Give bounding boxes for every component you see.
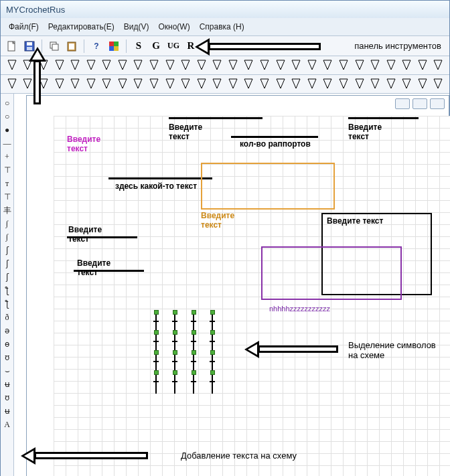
side-tool-button[interactable]: ʉ — [2, 406, 13, 416]
text-prompt[interactable]: Введите текст — [67, 135, 100, 153]
text-prompt[interactable]: Введите текст — [201, 211, 234, 230]
stitch-symbol-button[interactable] — [84, 58, 98, 72]
text-prompt[interactable]: Введите текст — [348, 123, 382, 141]
stitch-symbol-button[interactable] — [352, 58, 367, 72]
stitch-symbol-button[interactable] — [431, 58, 446, 72]
menu-help[interactable]: Справка (H) — [196, 21, 248, 33]
stitch-symbol-button[interactable] — [289, 58, 303, 72]
side-tool-button[interactable]: ∫ — [2, 232, 13, 242]
side-tool-button[interactable]: ○ — [2, 98, 13, 108]
text-label[interactable]: nhhhhzzzzzzzzzzz — [269, 305, 330, 313]
side-tool-button[interactable]: ʃ — [2, 258, 13, 269]
stitch-symbol-button[interactable] — [131, 58, 146, 72]
side-tool-button[interactable]: 丰 — [2, 205, 13, 216]
side-tool-button[interactable]: ʃ — [2, 245, 13, 256]
side-tool-button[interactable]: ɵ — [2, 339, 13, 349]
side-tool-button[interactable]: т — [2, 178, 13, 189]
side-tool-button[interactable]: ƪ — [2, 299, 13, 309]
minimize-button[interactable] — [395, 98, 410, 109]
text-prompt[interactable]: Введите текст — [169, 123, 202, 141]
side-tool-button[interactable]: ⌣ — [2, 366, 13, 376]
stitch-symbol-button[interactable] — [163, 76, 177, 91]
side-tool-button[interactable]: ʊ — [2, 352, 13, 363]
stitch-symbol-button[interactable] — [115, 76, 130, 91]
stitch-symbol-button[interactable] — [399, 76, 414, 91]
tool-g[interactable]: G — [149, 39, 163, 54]
stitch-symbol-button[interactable] — [115, 58, 130, 72]
stitch-symbol-button[interactable] — [210, 76, 225, 91]
selected-stitches[interactable] — [154, 310, 228, 397]
stitch-symbol-button[interactable] — [147, 58, 161, 72]
stitch-symbol-button[interactable] — [226, 58, 240, 72]
stitch-symbol-button[interactable] — [368, 76, 382, 91]
stitch-symbol-button[interactable] — [178, 58, 193, 72]
side-tool-button[interactable]: ə — [2, 325, 13, 336]
stitch-symbol-button[interactable] — [5, 58, 19, 72]
side-tool-button[interactable]: ⊤ — [2, 191, 13, 202]
side-tool-button[interactable]: + — [2, 151, 13, 162]
stitch-symbol-button[interactable] — [336, 58, 351, 72]
side-tool-button[interactable]: ∫ — [2, 218, 13, 229]
stitch-symbol-button[interactable] — [305, 76, 319, 91]
stitch-symbol-button[interactable] — [273, 76, 288, 91]
stitch-symbol-button[interactable] — [52, 58, 67, 72]
stitch-symbol-button[interactable] — [84, 76, 98, 91]
stitch-symbol-button[interactable] — [99, 76, 114, 91]
stitch-symbol-button[interactable] — [68, 58, 82, 72]
palette-icon[interactable] — [106, 39, 121, 54]
help-icon[interactable]: ? — [89, 39, 104, 54]
side-tool-button[interactable]: ⊤ — [2, 165, 13, 175]
stitch-symbol-button[interactable] — [415, 76, 430, 91]
menu-file[interactable]: Файл(F) — [5, 21, 43, 33]
stitch-symbol-button[interactable] — [242, 58, 256, 72]
copy-icon[interactable] — [47, 39, 62, 54]
stitch-symbol-button[interactable] — [384, 58, 398, 72]
stitch-symbol-button[interactable] — [321, 58, 335, 72]
stitch-symbol-button[interactable] — [147, 76, 161, 91]
stitch-symbol-button[interactable] — [321, 76, 335, 91]
stitch-symbol-button[interactable] — [242, 76, 256, 91]
stitch-symbol-button[interactable] — [210, 58, 225, 72]
paste-icon[interactable] — [64, 39, 79, 54]
purple-box[interactable] — [261, 246, 402, 300]
orange-box[interactable] — [201, 163, 335, 210]
text-prompt[interactable]: кол-во раппортов — [240, 139, 311, 149]
stitch-symbol-button[interactable] — [368, 58, 382, 72]
grid-canvas[interactable]: Введите текст Введите текст кол-во раппо… — [54, 116, 450, 476]
tool-s[interactable]: S — [131, 39, 146, 54]
stitch-symbol-button[interactable] — [5, 76, 19, 91]
menu-view[interactable]: Вид(V) — [120, 21, 153, 33]
text-prompt[interactable]: Введите текст — [68, 225, 102, 244]
stitch-symbol-button[interactable] — [163, 58, 177, 72]
maximize-button[interactable] — [412, 98, 427, 109]
side-tool-button[interactable]: ● — [2, 125, 13, 135]
stitch-symbol-button[interactable] — [336, 76, 351, 91]
stitch-symbol-button[interactable] — [194, 76, 209, 91]
tool-ug[interactable]: UG — [166, 39, 181, 54]
stitch-symbol-button[interactable] — [131, 76, 146, 91]
side-tool-button[interactable]: ʉ — [2, 379, 13, 390]
stitch-symbol-button[interactable] — [399, 58, 414, 72]
stitch-symbol-button[interactable] — [384, 76, 398, 91]
new-icon[interactable] — [5, 39, 19, 54]
stitch-symbol-button[interactable] — [257, 76, 272, 91]
stitch-symbol-button[interactable] — [257, 58, 272, 72]
menu-window[interactable]: Окно(W) — [154, 21, 194, 33]
stitch-symbol-button[interactable] — [431, 76, 446, 91]
stitch-symbol-button[interactable] — [305, 58, 319, 72]
text-label[interactable]: здесь какой-то текст — [115, 181, 197, 191]
side-tool-button[interactable]: ʊ — [2, 392, 13, 403]
side-tool-button[interactable]: ð — [2, 312, 13, 323]
stitch-symbol-button[interactable] — [52, 76, 67, 91]
text-tool-button[interactable]: A — [2, 419, 13, 430]
stitch-symbol-button[interactable] — [178, 76, 193, 91]
close-button[interactable] — [430, 98, 445, 109]
text-prompt[interactable]: Введите текст — [77, 258, 110, 277]
stitch-symbol-button[interactable] — [273, 58, 288, 72]
menu-edit[interactable]: Редактировать(E) — [44, 21, 119, 33]
stitch-symbol-button[interactable] — [68, 76, 82, 91]
stitch-symbol-button[interactable] — [21, 76, 35, 91]
stitch-symbol-button[interactable] — [415, 58, 430, 72]
side-tool-button[interactable]: ʃ — [2, 272, 13, 283]
stitch-symbol-button[interactable] — [352, 76, 367, 91]
